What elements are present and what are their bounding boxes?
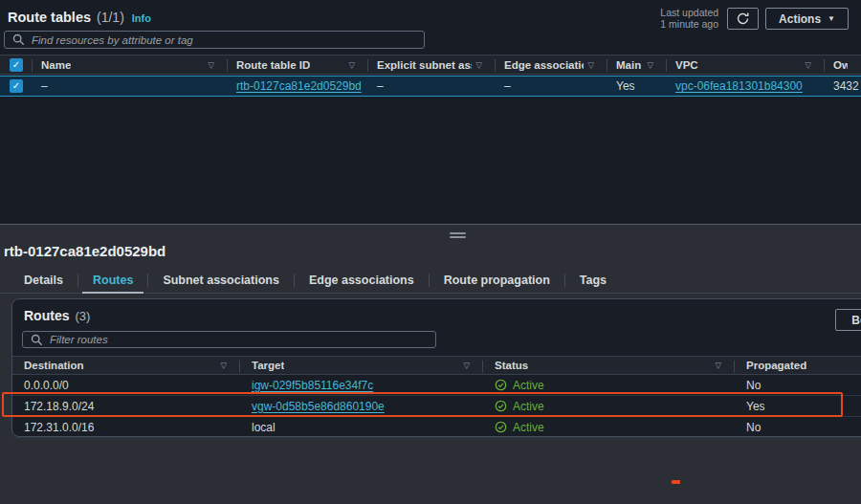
cell-propagated: No [735, 421, 861, 434]
actions-label: Actions [779, 12, 821, 26]
vgw-target-link[interactable]: vgw-0d58b5e86d860190e [252, 400, 385, 413]
route-row-vgw[interactable]: 172.18.9.0/24 vgw-0d58b5e86d860190e Acti… [12, 396, 861, 417]
route-table-id-link[interactable]: rtb-0127ca81e2d0529bd [236, 79, 362, 93]
last-updated-line2: 1 minute ago [660, 19, 718, 31]
search-icon [31, 334, 43, 346]
check-icon: ✓ [12, 80, 20, 91]
sort-icon: ▽ [647, 60, 653, 70]
tab-routes[interactable]: Routes [78, 268, 147, 293]
column-header-route-table-id[interactable]: Route table ID ▽ [228, 55, 368, 74]
check-icon: ✓ [12, 59, 20, 70]
title-group: Route tables (1/1) Info [8, 10, 151, 25]
row-select-cell: ✓ [0, 77, 33, 96]
status-active-icon [495, 379, 507, 391]
routes-card-header: Routes (3) [24, 308, 90, 323]
route-table-row[interactable]: ✓ – rtb-0127ca81e2d0529bd – – Yes vpc-06… [0, 76, 861, 97]
routes-card: Routes (3) Both Destination ▽ [11, 298, 861, 437]
sort-icon: ▽ [220, 361, 227, 370]
sort-icon: ▽ [463, 361, 470, 370]
cell-status: Active [483, 400, 735, 413]
igw-target-link[interactable]: igw-029f5b85116e34f7c [252, 379, 373, 392]
routes-filter-input[interactable] [50, 332, 428, 347]
both-filter-button[interactable]: Both [835, 309, 861, 331]
tab-tags[interactable]: Tags [565, 268, 621, 293]
info-link[interactable]: Info [132, 12, 151, 24]
cell-owner: 3432 [825, 79, 861, 93]
column-header-propagated[interactable]: Propagated [735, 357, 861, 374]
sort-icon: ▽ [805, 60, 811, 70]
last-updated-line1: Last updated [660, 8, 718, 19]
routes-count: (3) [75, 309, 90, 323]
detail-panel: rtb-0127ca81e2d0529bd Details Routes Sub… [0, 226, 861, 504]
routes-filter-box [22, 331, 436, 348]
cell-destination: 172.31.0.0/16 [12, 421, 240, 434]
sort-icon: ▽ [587, 60, 594, 70]
cell-propagated: Yes [735, 400, 861, 413]
cell-explicit-subnet: – [368, 79, 496, 93]
route-tables-header: Route tables (1/1) Info Last updated 1 m… [8, 8, 849, 31]
column-header-edge-associations[interactable]: Edge associations ▽ [496, 55, 607, 74]
select-all-checkbox[interactable]: ✓ [10, 58, 23, 72]
search-icon [12, 33, 25, 46]
cell-target-local: local [240, 421, 483, 434]
vpc-console: Route tables (1/1) Info Last updated 1 m… [0, 0, 861, 504]
route-tables-header-row: ✓ Name ▽ Route table ID ▽ Explicit subne… [0, 55, 861, 75]
cell-main: Yes [607, 79, 667, 93]
vpc-link[interactable]: vpc-06fea181301b84300 [675, 79, 803, 93]
refresh-button[interactable] [727, 8, 759, 30]
sort-icon: ▽ [348, 60, 355, 70]
routes-header-row: Destination ▽ Target ▽ Status ▽ Propagat… [12, 356, 861, 375]
column-header-destination[interactable]: Destination ▽ [12, 357, 240, 374]
routes-title: Routes [24, 308, 69, 323]
sort-icon: ▽ [208, 60, 214, 70]
column-header-owner[interactable]: Own [825, 55, 861, 74]
row-checkbox[interactable]: ✓ [10, 79, 23, 93]
column-header-target[interactable]: Target ▽ [240, 357, 483, 374]
column-header-vpc[interactable]: VPC ▽ [667, 55, 825, 74]
route-row-local[interactable]: 172.31.0.0/16 local Active No [12, 417, 861, 438]
annotation-mark [672, 480, 680, 484]
sort-icon: ▽ [475, 60, 482, 70]
search-box [4, 31, 425, 49]
detail-tabs: Details Routes Subnet associations Edge … [0, 268, 861, 294]
refresh-icon [736, 11, 750, 26]
column-header-explicit-subnet[interactable]: Explicit subnet associ... ▽ [368, 55, 496, 74]
route-row-internet[interactable]: 0.0.0.0/0 igw-029f5b85116e34f7c Active N… [12, 375, 861, 396]
status-active-icon [495, 421, 507, 433]
column-header-status[interactable]: Status ▽ [483, 357, 735, 374]
both-label: Both [851, 314, 861, 327]
tab-details[interactable]: Details [10, 268, 77, 293]
actions-button[interactable]: Actions ▼ [765, 8, 849, 30]
route-tables-panel: Route tables (1/1) Info Last updated 1 m… [0, 0, 861, 225]
column-header-name[interactable]: Name ▽ [33, 55, 228, 74]
column-header-main[interactable]: Main ▽ [607, 55, 667, 74]
last-updated: Last updated 1 minute ago [660, 8, 718, 30]
cell-edge-associations: – [496, 79, 607, 93]
tab-subnet-associations[interactable]: Subnet associations [148, 268, 294, 293]
cell-status: Active [483, 379, 735, 392]
detail-title: rtb-0127ca81e2d0529bd [4, 243, 166, 259]
cell-destination: 0.0.0.0/0 [12, 379, 240, 392]
select-all-cell: ✓ [0, 55, 33, 74]
cell-propagated: No [735, 379, 861, 392]
page-title: Route tables [8, 10, 91, 25]
sort-icon: ▽ [715, 361, 721, 370]
header-controls: Last updated 1 minute ago Actions ▼ [660, 8, 849, 30]
chevron-down-icon: ▼ [828, 14, 835, 23]
tab-route-propagation[interactable]: Route propagation [430, 268, 564, 293]
route-tables-count: (1/1) [97, 10, 124, 25]
cell-name: – [33, 79, 228, 93]
cell-status: Active [483, 421, 735, 434]
status-active-icon [495, 400, 507, 412]
search-input[interactable] [32, 32, 416, 48]
cell-destination: 172.18.9.0/24 [12, 400, 240, 413]
tab-edge-associations[interactable]: Edge associations [295, 268, 429, 293]
